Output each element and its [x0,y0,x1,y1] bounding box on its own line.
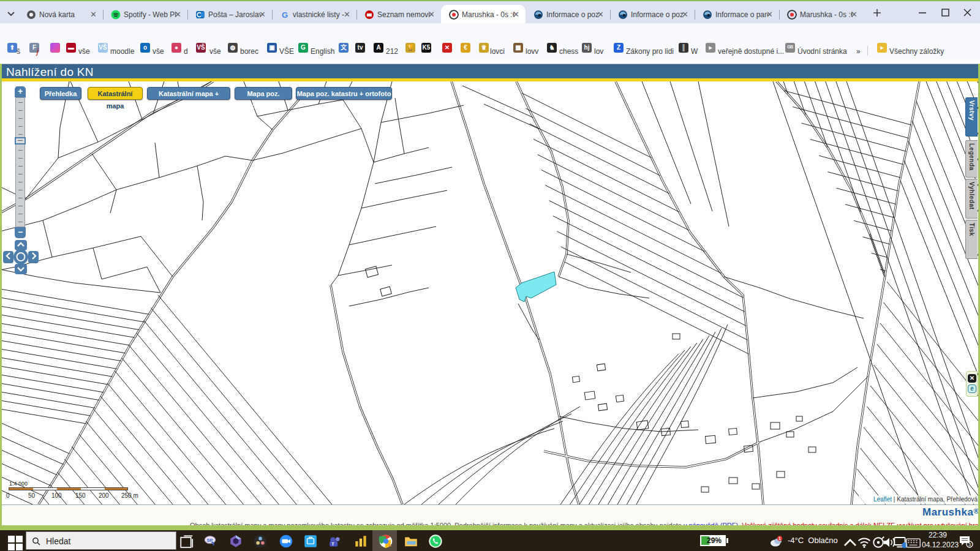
svg-text:T: T [331,542,334,546]
svg-text:1: 1 [778,536,781,541]
svg-text:G: G [282,10,288,20]
svg-text:3: 3 [968,542,971,547]
